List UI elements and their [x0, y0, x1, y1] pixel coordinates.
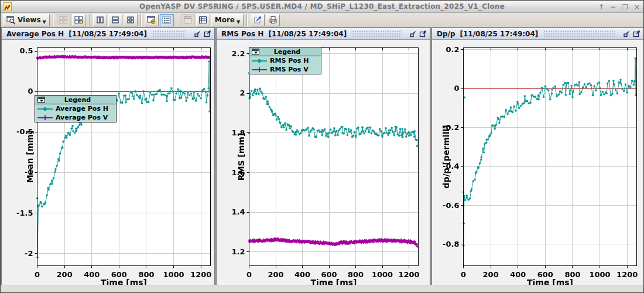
- panel-title: RMS Pos H: [221, 30, 263, 38]
- statusbar: [1, 285, 643, 292]
- panel-dpp: Dp/p [11/08/25 17:49:04]: [431, 28, 644, 286]
- more-button[interactable]: More ▼: [211, 14, 244, 26]
- average-pos-h-plot[interactable]: [2, 40, 214, 285]
- layout-tile-button: [57, 14, 71, 26]
- panel-rms-pos-h-header: RMS Pos H [11/08/25 17:49:04]: [217, 28, 430, 40]
- panel-rms-pos-h: RMS Pos H [11/08/25 17:49:04]: [216, 28, 430, 286]
- legend-item[interactable]: Average Pos H: [35, 104, 116, 113]
- toolbar-separator: [53, 14, 54, 26]
- legend-item[interactable]: RMS Pos V: [249, 65, 321, 74]
- plus-marker-sample: [252, 67, 267, 72]
- dot-marker-sample: [37, 106, 53, 111]
- columns-layout-icon: [96, 16, 104, 24]
- window-settings-icon: [147, 16, 156, 25]
- panel-title: Dp/p: [437, 30, 455, 38]
- panel-timestamp: [11/08/25 17:49:04]: [460, 30, 539, 38]
- panel-restore-button[interactable]: [193, 30, 201, 38]
- legend-item-label: Average Pos V: [56, 114, 108, 121]
- views-button-label: Views: [18, 16, 41, 24]
- legend-header[interactable]: Legend: [35, 96, 116, 104]
- legend-item-label: Average Pos H: [56, 105, 108, 113]
- export-icon: [254, 16, 262, 24]
- panel-timestamp: [11/08/25 17:49:04]: [268, 30, 347, 38]
- panel-restore-button[interactable]: [622, 30, 631, 38]
- panel-maximize-button[interactable]: [632, 30, 641, 38]
- panel-dpp-header: Dp/p [11/08/25 17:49:04]: [432, 28, 643, 40]
- panel-timestamp: [11/08/25 17:49:04]: [68, 30, 147, 38]
- dot-marker-sample: [252, 58, 267, 63]
- panel-title: Average Pos H: [6, 30, 64, 38]
- restore-down-icon: [194, 30, 201, 38]
- chart-dpp: [432, 40, 643, 285]
- toolbar-separator: [141, 14, 142, 26]
- layout-rows-button[interactable]: [108, 14, 122, 26]
- layout-grid-button[interactable]: [124, 14, 138, 26]
- dpp-plot[interactable]: [432, 40, 643, 285]
- restore-down-icon: [623, 30, 630, 38]
- legend-collapse-icon[interactable]: [252, 49, 259, 54]
- list-settings-icon: [162, 16, 171, 24]
- grid-layout-icon: [126, 16, 135, 24]
- legend-item-label: RMS Pos H: [270, 57, 309, 64]
- legend-rms-pos[interactable]: LegendRMS Pos HRMS Pos V: [249, 47, 321, 74]
- toolbar-separator: [177, 14, 178, 26]
- views-dropdown-caret: ▼: [43, 19, 46, 25]
- display-settings-button[interactable]: [145, 14, 159, 26]
- layout-custom-icon: [74, 16, 83, 24]
- more-dropdown-caret: ▼: [237, 19, 240, 25]
- maximize-window-button[interactable]: ❒: [622, 4, 628, 11]
- window-view-button: [181, 14, 195, 26]
- print-button[interactable]: [266, 14, 280, 26]
- legend-average-pos[interactable]: LegendAverage Pos HAverage Pos V: [35, 95, 117, 122]
- toolbar-separator: [246, 14, 248, 26]
- legend-item-label: RMS Pos V: [270, 66, 309, 73]
- more-button-label: More: [215, 16, 235, 24]
- panel-restore-button[interactable]: [408, 30, 417, 38]
- maximize-panel-icon: [419, 30, 427, 38]
- legend-collapse-icon[interactable]: [37, 97, 45, 103]
- maximize-panel-icon: [633, 30, 640, 38]
- legend-item[interactable]: Average Pos V: [35, 113, 116, 122]
- toolbar: Views ▼: [1, 13, 643, 28]
- close-window-button[interactable]: ×: [634, 4, 640, 11]
- rows-layout-icon: [111, 16, 119, 24]
- legend-title: Legend: [47, 96, 108, 104]
- list-settings-button[interactable]: [160, 14, 174, 26]
- plus-marker-sample: [37, 115, 53, 120]
- panel-drag-texture[interactable]: [543, 30, 615, 38]
- views-icon: [6, 16, 16, 25]
- chart-rms-pos-h: LegendRMS Pos HRMS Pos V: [217, 40, 430, 285]
- panel-average-pos-h: Average Pos H [11/08/25 17:49:04]: [1, 28, 215, 286]
- legend-item[interactable]: RMS Pos H: [249, 56, 321, 65]
- restore-down-icon: [409, 30, 416, 38]
- minimize-window-button[interactable]: −: [610, 4, 616, 11]
- toolbar-separator: [89, 14, 90, 26]
- panel-maximize-button[interactable]: [203, 30, 212, 38]
- shade-window-button[interactable]: ↑: [598, 4, 604, 11]
- legend-title: Legend: [262, 48, 313, 56]
- views-button[interactable]: Views ▼: [3, 14, 50, 26]
- layout-custom-button[interactable]: [72, 14, 86, 26]
- workspace: Average Pos H [11/08/25 17:49:04]: [1, 28, 643, 286]
- export-button[interactable]: [251, 14, 265, 26]
- panel-maximize-button[interactable]: [419, 30, 427, 38]
- titlebar: OpenYASP DV SPSRING / SPS.USER.MD4 / MD_…: [1, 1, 643, 13]
- panel-drag-texture[interactable]: [152, 30, 186, 38]
- panel-drag-texture[interactable]: [351, 30, 402, 38]
- maximize-panel-icon: [204, 30, 211, 38]
- print-icon: [269, 16, 278, 24]
- app-window: OpenYASP DV SPSRING / SPS.USER.MD4 / MD_…: [0, 0, 644, 293]
- rms-pos-h-plot[interactable]: [217, 40, 430, 285]
- window-controls: ↑ − ❒ ×: [598, 1, 640, 13]
- window-title: OpenYASP DV SPSRING / SPS.USER.MD4 / MD_…: [1, 2, 643, 11]
- table-icon: [198, 16, 207, 24]
- chart-average-pos-h: LegendAverage Pos HAverage Pos V: [2, 40, 214, 285]
- panel-average-pos-h-header: Average Pos H [11/08/25 17:49:04]: [2, 28, 214, 40]
- legend-header[interactable]: Legend: [249, 47, 321, 56]
- table-view-button[interactable]: [196, 14, 210, 26]
- layout-columns-button[interactable]: [93, 14, 107, 26]
